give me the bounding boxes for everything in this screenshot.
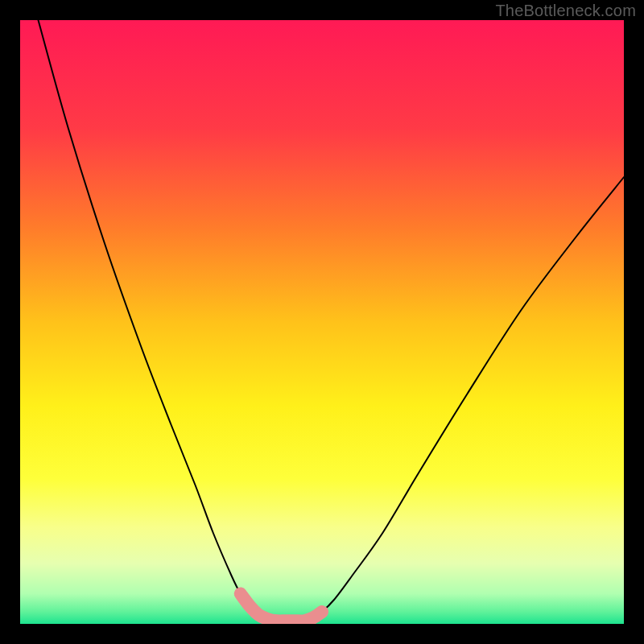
- plot-area: [20, 20, 624, 624]
- optimal-highlight: [241, 594, 322, 621]
- bottleneck-curve-left: [39, 20, 277, 621]
- chart-frame: TheBottleneck.com: [0, 0, 644, 644]
- curves-layer: [20, 20, 624, 624]
- watermark-text: TheBottleneck.com: [495, 2, 636, 20]
- bottleneck-curve-right: [304, 177, 625, 621]
